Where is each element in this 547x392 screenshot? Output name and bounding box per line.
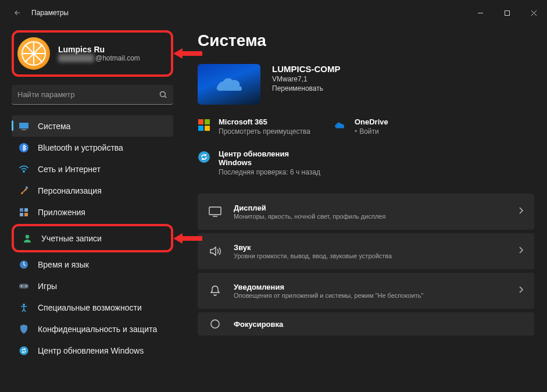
card-sub: Уровни громкости, вывод, ввод, звуковые … [234, 252, 392, 259]
sidebar-item-label: Учетные записи [41, 234, 102, 243]
maximize-button[interactable] [494, 0, 520, 26]
update-icon [19, 345, 29, 356]
tile-sub: Просмотреть преимущества [219, 127, 310, 136]
tile-sub: •Войти [355, 127, 388, 136]
tile-microsoft365[interactable]: Microsoft 365 Просмотреть преимущества [198, 117, 310, 136]
display-icon [19, 121, 29, 131]
tile-sub: Последняя проверка: 6 ч назад [219, 168, 320, 176]
device-name: LUMPICS-COMP [272, 64, 341, 74]
sidebar-item-windows-update[interactable]: Центр обновления Windows [12, 340, 173, 361]
svg-rect-31 [198, 126, 203, 131]
svg-point-27 [23, 304, 25, 306]
chevron-right-icon [519, 246, 524, 256]
sidebar-item-apps[interactable]: Приложения [12, 201, 173, 223]
sidebar-item-label: Bluetooth и устройства [38, 143, 123, 152]
page-title: Система [198, 31, 534, 50]
svg-rect-18 [24, 208, 28, 212]
brush-icon [19, 186, 29, 196]
svg-point-21 [26, 234, 30, 238]
card-sub: Мониторы, яркость, ночной свет, профиль … [234, 213, 385, 220]
tile-windows-update[interactable]: Центр обновления Windows Последняя прове… [198, 149, 320, 176]
sidebar-item-accounts[interactable]: Учетные записи [15, 227, 170, 249]
svg-marker-22 [173, 233, 202, 244]
sidebar-item-accessibility[interactable]: Специальные возможности [12, 297, 173, 318]
svg-point-10 [160, 92, 166, 97]
sidebar-item-personalization[interactable]: Персонализация [12, 180, 173, 201]
account-card[interactable]: Lumpics Ru xxxxxxxxxx@hotmail.com [12, 30, 173, 77]
svg-rect-30 [205, 119, 210, 124]
main-content: Система LUMPICS-COMP VMware7,1 Переимено… [180, 26, 547, 392]
sidebar-item-label: Время и язык [38, 260, 89, 269]
device-summary: LUMPICS-COMP VMware7,1 Переименовать [198, 64, 534, 105]
svg-rect-20 [24, 213, 28, 216]
chevron-right-icon [519, 286, 524, 296]
update-icon [198, 151, 210, 163]
annotation-arrow-icon [173, 231, 202, 246]
wifi-icon [19, 164, 29, 174]
card-title: Уведомления [234, 283, 423, 291]
device-rename-link[interactable]: Переименовать [272, 84, 341, 92]
svg-rect-1 [505, 10, 509, 15]
card-sub: Оповещения от приложений и системы, режи… [234, 292, 423, 299]
sidebar-item-label: Персонализация [38, 186, 102, 195]
shield-icon [19, 324, 29, 334]
tile-title: OneDrive [355, 117, 388, 126]
sidebar-item-time-language[interactable]: Время и язык [12, 254, 173, 275]
back-button[interactable] [9, 5, 26, 21]
sidebar-item-label: Конфиденциальность и защита [38, 325, 157, 334]
svg-line-11 [165, 96, 166, 98]
card-display[interactable]: ДисплейМониторы, яркость, ночной свет, п… [198, 194, 534, 230]
globe-clock-icon [19, 259, 29, 270]
svg-rect-13 [22, 129, 26, 130]
annotation-arrow-icon [173, 46, 202, 61]
highlight-accounts: Учетные записи [12, 224, 173, 252]
minimize-button[interactable] [467, 0, 494, 26]
svg-rect-12 [19, 122, 29, 129]
search-input[interactable] [17, 90, 159, 99]
sound-icon [208, 246, 222, 256]
sidebar-item-gaming[interactable]: Игры [12, 275, 173, 297]
tile-title: Microsoft 365 [219, 117, 310, 126]
tile-title: Центр обновления Windows [219, 149, 306, 167]
tile-onedrive[interactable]: OneDrive •Войти [334, 117, 388, 136]
sidebar-item-label: Сеть и Интернет [38, 165, 101, 174]
svg-rect-17 [20, 208, 23, 212]
person-icon [22, 233, 33, 244]
apps-icon [19, 207, 29, 218]
window-title: Параметры [31, 9, 69, 17]
sidebar-item-label: Специальные возможности [38, 303, 142, 312]
sidebar-item-privacy[interactable]: Конфиденциальность и защита [12, 318, 173, 340]
svg-point-36 [211, 320, 219, 328]
bluetooth-icon [19, 142, 29, 153]
device-thumbnail [198, 64, 260, 105]
svg-point-25 [21, 285, 23, 287]
card-notifications[interactable]: УведомленияОповещения от приложений и си… [198, 273, 534, 309]
svg-point-33 [198, 151, 210, 163]
chevron-right-icon [519, 206, 524, 217]
svg-point-15 [23, 170, 24, 172]
svg-rect-24 [19, 284, 28, 288]
sidebar: Lumpics Ru xxxxxxxxxx@hotmail.com Систем… [0, 26, 180, 392]
card-sound[interactable]: ЗвукУровни громкости, вывод, ввод, звуко… [198, 233, 534, 269]
sidebar-item-label: Центр обновления Windows [38, 346, 144, 355]
accessibility-icon [19, 302, 29, 313]
svg-rect-32 [205, 126, 210, 131]
svg-rect-29 [198, 119, 203, 124]
card-title: Дисплей [234, 204, 385, 212]
sidebar-item-label: Игры [38, 281, 57, 291]
close-button[interactable] [520, 0, 547, 26]
sidebar-item-bluetooth[interactable]: Bluetooth и устройства [12, 137, 173, 158]
svg-rect-34 [209, 207, 221, 215]
card-title: Фокусировка [234, 320, 283, 329]
sidebar-item-network[interactable]: Сеть и Интернет [12, 158, 173, 180]
search-icon [159, 90, 167, 99]
sidebar-item-system[interactable]: Система [12, 115, 173, 137]
card-focus[interactable]: Фокусировка [198, 312, 534, 336]
svg-point-28 [20, 346, 28, 355]
bell-icon [208, 285, 222, 297]
focus-icon [208, 318, 222, 330]
search-box[interactable] [12, 85, 173, 105]
avatar [17, 37, 50, 70]
gamepad-icon [19, 281, 29, 291]
sidebar-item-label: Приложения [38, 208, 85, 217]
